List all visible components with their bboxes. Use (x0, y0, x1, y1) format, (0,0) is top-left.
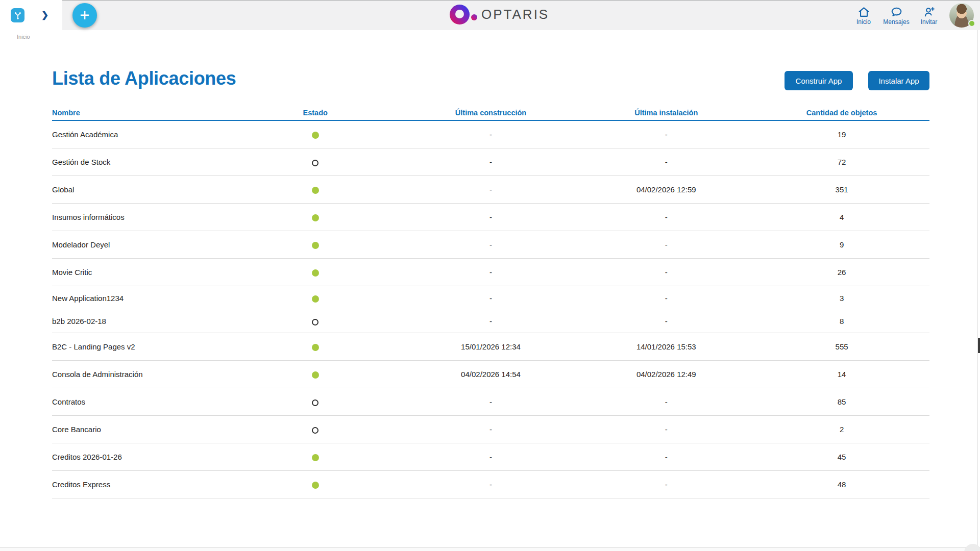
last-build-cell: - (403, 294, 579, 303)
table-row[interactable]: Gestión Académica--19 (52, 121, 929, 148)
column-header-estado: Estado (228, 109, 403, 120)
build-app-button[interactable]: Construir App (785, 71, 853, 90)
app-status-cell (228, 317, 403, 325)
object-count-cell: 85 (754, 397, 929, 406)
table-row[interactable]: Creditos Express--48 (52, 471, 929, 498)
nav-label: Mensajes (883, 18, 909, 26)
scrollbar-corner (964, 544, 980, 551)
last-build-cell: - (403, 213, 579, 221)
table-body: Gestión Académica--19Gestión de Stock--7… (52, 121, 929, 498)
app-name-cell: Creditos 2026-01-26 (52, 453, 228, 461)
nav-item-invitar[interactable]: Invitar (913, 6, 945, 26)
app-name-cell: Modelador Deyel (52, 240, 228, 249)
status-active-icon (312, 454, 319, 461)
app-status-cell (228, 370, 403, 379)
app-name-cell: Consola de Administración (52, 370, 228, 379)
logo-dot-icon (471, 14, 477, 20)
last-install-cell: 04/02/2026 12:59 (578, 185, 754, 194)
online-status-dot (968, 20, 975, 27)
object-count-cell: 8 (754, 317, 929, 325)
table-header-row: Nombre Estado Última construcción Última… (52, 105, 929, 121)
last-install-cell: - (578, 213, 754, 221)
last-build-cell: 15/01/2026 12:34 (403, 342, 579, 351)
status-inactive-icon (312, 319, 318, 325)
app-status-cell (228, 453, 403, 461)
table-row[interactable]: Global-04/02/2026 12:59351 (52, 176, 929, 204)
last-install-cell: - (578, 294, 754, 303)
last-install-cell: - (578, 240, 754, 249)
app-menu-icon[interactable] (11, 8, 24, 22)
status-active-icon (312, 371, 319, 379)
user-avatar[interactable] (949, 3, 974, 28)
table-row[interactable]: New Application1234--3 (52, 286, 929, 310)
app-name-cell: Core Bancario (52, 425, 228, 434)
app-status-cell (228, 293, 403, 302)
last-build-cell: - (403, 453, 579, 461)
app-status-cell (228, 158, 403, 166)
app-name-cell: Movie Critic (52, 268, 228, 277)
status-active-icon (312, 187, 319, 194)
status-active-icon (312, 295, 319, 303)
nav-label: Inicio (856, 18, 871, 26)
branch-icon (13, 10, 23, 20)
app-status-cell (228, 213, 403, 221)
last-install-cell: - (578, 453, 754, 461)
expand-sidebar-chevron-icon[interactable]: ❯ (41, 11, 48, 19)
table-row[interactable]: Core Bancario--2 (52, 416, 929, 443)
table-row[interactable]: b2b 2026-02-18--8 (52, 310, 929, 333)
app-status-cell (228, 130, 403, 139)
vertical-scrollbar-thumb[interactable] (978, 338, 980, 353)
status-active-icon (312, 242, 319, 249)
vertical-scrollbar-track (977, 30, 978, 547)
app-name-cell: Gestión de Stock (52, 158, 228, 166)
object-count-cell: 19 (754, 130, 929, 139)
object-count-cell: 48 (754, 480, 929, 489)
add-button[interactable]: + (72, 3, 97, 28)
applications-table: Nombre Estado Última construcción Última… (52, 105, 929, 498)
app-status-cell (228, 397, 403, 406)
table-row[interactable]: Movie Critic--26 (52, 259, 929, 286)
last-build-cell: 04/02/2026 14:54 (403, 370, 579, 379)
app-name-cell: B2C - Landing Pages v2 (52, 342, 228, 351)
status-inactive-icon (312, 399, 318, 406)
top-navigation-bar: ❯ + OPTARIS Inicio Mensajes Invitar (0, 0, 980, 30)
breadcrumb[interactable]: Inicio (17, 34, 30, 40)
nav-item-mensajes[interactable]: Mensajes (880, 6, 913, 26)
last-build-cell: - (403, 240, 579, 249)
column-header-ultima-construccion: Última construcción (403, 109, 579, 120)
object-count-cell: 9 (754, 240, 929, 249)
table-row[interactable]: Modelador Deyel--9 (52, 231, 929, 259)
app-name-cell: Creditos Express (52, 480, 228, 489)
app-status-cell (228, 240, 403, 249)
nav-item-inicio[interactable]: Inicio (847, 6, 880, 26)
column-header-ultima-instalacion: Última instalación (578, 109, 754, 120)
last-build-cell: - (403, 130, 579, 139)
last-install-cell: - (578, 130, 754, 139)
install-app-button[interactable]: Instalar App (868, 71, 929, 90)
last-install-cell: - (578, 397, 754, 406)
optaris-logo[interactable]: OPTARIS (450, 5, 549, 24)
app-status-cell (228, 268, 403, 277)
logo-donut-icon (450, 5, 470, 24)
last-build-cell: - (403, 185, 579, 194)
last-install-cell: - (578, 317, 754, 325)
sidebar-collapsed-panel: ❯ (0, 0, 62, 30)
status-active-icon (312, 482, 319, 489)
table-row[interactable]: Creditos 2026-01-26--45 (52, 443, 929, 471)
object-count-cell: 555 (754, 342, 929, 351)
table-row[interactable]: Gestión de Stock--72 (52, 148, 929, 176)
app-name-cell: Contratos (52, 397, 228, 406)
column-header-nombre: Nombre (52, 109, 228, 120)
last-build-cell: - (403, 268, 579, 277)
table-row[interactable]: B2C - Landing Pages v215/01/2026 12:3414… (52, 333, 929, 361)
chat-icon (890, 6, 903, 18)
table-row[interactable]: Insumos informáticos--4 (52, 204, 929, 231)
last-build-cell: - (403, 425, 579, 434)
table-row[interactable]: Consola de Administración04/02/2026 14:5… (52, 361, 929, 388)
table-row[interactable]: Contratos--85 (52, 388, 929, 416)
app-name-cell: Gestión Académica (52, 130, 228, 139)
status-active-icon (312, 132, 319, 139)
last-build-cell: - (403, 480, 579, 489)
status-inactive-icon (312, 427, 318, 434)
top-right-nav: Inicio Mensajes Invitar (847, 2, 976, 29)
